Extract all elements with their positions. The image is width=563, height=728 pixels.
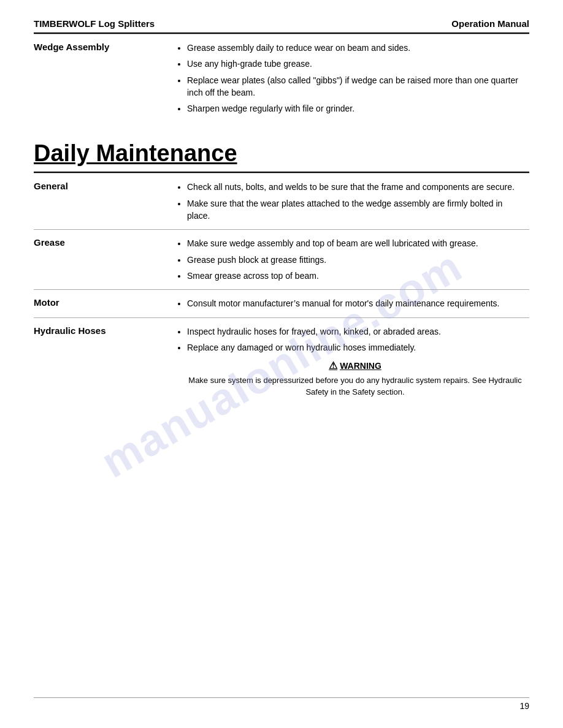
row-content: Check all nuts, bolts, and welds to be s… (169, 173, 529, 230)
list-item: Replace any damaged or worn hydraulic ho… (187, 341, 523, 354)
bullet-list: Consult motor manufacturer’s manual for … (175, 297, 523, 309)
warning-box: ⚠WARNINGMake sure system is depressurize… (187, 360, 523, 398)
daily-maintenance-table: GeneralCheck all nuts, bolts, and welds … (34, 173, 529, 405)
row-content: Inspect hydraulic hoses for frayed, worn… (169, 317, 529, 406)
row-label: Motor (34, 290, 169, 317)
list-item: Make sure that the wear plates attached … (187, 197, 523, 222)
wedge-content: Grease assembly daily to reduce wear on … (169, 34, 529, 123)
row-label: Hydraulic Hoses (34, 317, 169, 406)
warning-triangle-icon: ⚠ (329, 360, 337, 371)
page: manualonline.com TIMBERWOLF Log Splitter… (0, 0, 563, 728)
table-row: GreaseMake sure wedge assembly and top o… (34, 230, 529, 290)
list-item: Sharpen wedge regularly with file or gri… (187, 102, 523, 115)
list-item: Check all nuts, bolts, and welds to be s… (187, 181, 523, 193)
row-content: Make sure wedge assembly and top of beam… (169, 230, 529, 290)
bullet-list: Make sure wedge assembly and top of beam… (175, 237, 523, 282)
bullet-list: Inspect hydraulic hoses for frayed, worn… (175, 325, 523, 354)
list-item: Use any high-grade tube grease. (187, 58, 523, 70)
table-row: MotorConsult motor manufacturer’s manual… (34, 290, 529, 317)
warning-label: WARNING (340, 361, 381, 371)
list-item: Grease assembly daily to reduce wear on … (187, 42, 523, 54)
wedge-bullet-list: Grease assembly daily to reduce wear on … (175, 42, 523, 115)
warning-text: Make sure system is depressurized before… (187, 375, 523, 398)
wedge-table: Wedge Assembly Grease assembly daily to … (34, 34, 529, 122)
header-right: Operation Manual (451, 18, 529, 29)
header-left: TIMBERWOLF Log Splitters (34, 18, 155, 29)
list-item: Replace wear plates (also called "gibbs"… (187, 74, 523, 99)
row-label: Grease (34, 230, 169, 290)
list-item: Grease push block at grease fittings. (187, 254, 523, 266)
table-row: Hydraulic HosesInspect hydraulic hoses f… (34, 317, 529, 406)
list-item: Consult motor manufacturer’s manual for … (187, 297, 523, 309)
warning-title: ⚠WARNING (187, 360, 523, 371)
bullet-list: Check all nuts, bolts, and welds to be s… (175, 181, 523, 222)
list-item: Make sure wedge assembly and top of beam… (187, 237, 523, 249)
daily-maintenance-heading: Daily Maintenance (34, 140, 529, 167)
row-label: General (34, 173, 169, 230)
list-item: Smear grease across top of beam. (187, 270, 523, 282)
list-item: Inspect hydraulic hoses for frayed, worn… (187, 325, 523, 338)
table-row: GeneralCheck all nuts, bolts, and welds … (34, 173, 529, 230)
wedge-row: Wedge Assembly Grease assembly daily to … (34, 34, 529, 123)
page-number: 19 (519, 701, 529, 711)
page-footer: 19 (34, 697, 529, 711)
row-content: Consult motor manufacturer’s manual for … (169, 290, 529, 317)
page-header: TIMBERWOLF Log Splitters Operation Manua… (34, 18, 529, 34)
wedge-label: Wedge Assembly (34, 34, 169, 123)
